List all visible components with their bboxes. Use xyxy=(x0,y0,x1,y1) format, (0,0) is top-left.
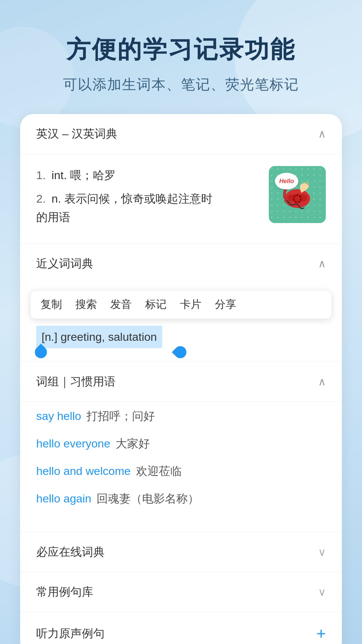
biyingonline-chevron-icon: ∨ xyxy=(318,546,326,558)
hello-bubble: Hello xyxy=(275,173,298,190)
def-pos-1: int. 喂；哈罗 xyxy=(52,169,116,181)
phrases-chevron-icon: ∧ xyxy=(318,375,326,388)
audio-sentences-section[interactable]: 听力原声例句 + xyxy=(20,612,342,644)
main-title: 方便的学习记录功能 xyxy=(20,34,342,66)
phrase-chinese-4: 回魂妻（电影名称） xyxy=(97,491,199,506)
example-sentences-section[interactable]: 常用例句库 ∨ xyxy=(20,572,342,612)
main-card: 英汉 – 汉英词典 ∧ 1. int. 喂；哈罗 2. n. 表示问候，惊奇或唤… xyxy=(20,114,342,644)
context-card[interactable]: 卡片 xyxy=(180,297,201,312)
biyingonline-section[interactable]: 必应在线词典 ∨ xyxy=(20,532,342,572)
svg-point-9 xyxy=(293,199,295,201)
audio-sentences-title: 听力原声例句 xyxy=(36,626,105,641)
header-section: 方便的学习记录功能 可以添加生词本、笔记、荧光笔标记 xyxy=(20,0,342,114)
def-number-2: 2. xyxy=(36,192,46,205)
biyingonline-title: 必应在线词典 xyxy=(36,544,105,560)
svg-point-6 xyxy=(300,199,302,201)
phrase-item-3[interactable]: hello and welcome 欢迎莅临 xyxy=(36,464,326,479)
audio-sentences-plus-icon[interactable]: + xyxy=(316,624,326,643)
phrase-english-1: say hello xyxy=(36,410,81,423)
phrase-chinese-2: 大家好 xyxy=(116,436,150,451)
phrase-item-2[interactable]: hello everyone 大家好 xyxy=(36,436,326,451)
svg-point-7 xyxy=(298,201,300,203)
context-share[interactable]: 分享 xyxy=(215,297,236,312)
dictionary-chevron-icon: ∧ xyxy=(318,127,326,140)
synonyms-section: 近义词词典 ∧ 复制 搜索 发音 标记 卡片 分享 [n.] greeting,… xyxy=(20,244,342,362)
context-copy[interactable]: 复制 xyxy=(41,297,62,312)
phrase-chinese-1: 打招呼；问好 xyxy=(86,409,155,424)
definition-item-2: 2. n. 表示问候，惊奇或唤起注意时的用语 xyxy=(36,190,259,226)
dictionary-section-header[interactable]: 英汉 – 汉英词典 ∧ xyxy=(20,114,342,154)
selection-handle-right xyxy=(172,344,189,361)
phrase-english-3: hello and welcome xyxy=(36,465,131,478)
def-number-1: 1. xyxy=(36,169,46,181)
context-menu: 复制 搜索 发音 标记 卡片 分享 xyxy=(30,290,332,319)
dictionary-title: 英汉 – 汉英词典 xyxy=(36,126,117,142)
synonyms-chevron-icon: ∧ xyxy=(318,257,326,270)
definitions-list: 1. int. 喂；哈罗 2. n. 表示问候，惊奇或唤起注意时的用语 xyxy=(36,166,259,231)
svg-point-4 xyxy=(297,195,298,196)
phrase-item-1[interactable]: say hello 打招呼；问好 xyxy=(36,409,326,424)
svg-point-5 xyxy=(299,196,301,198)
phrase-chinese-3: 欢迎莅临 xyxy=(136,464,182,479)
svg-point-10 xyxy=(294,196,296,198)
phrases-section-header[interactable]: 词组｜习惯用语 ∧ xyxy=(20,362,342,402)
selected-text-row: [n.] greeting, salutation xyxy=(20,319,342,362)
synonyms-section-header[interactable]: 近义词词典 ∧ xyxy=(20,244,342,283)
subtitle: 可以添加生词本、笔记、荧光笔标记 xyxy=(20,75,342,94)
example-sentences-title: 常用例句库 xyxy=(36,584,93,600)
phrases-section: 词组｜习惯用语 ∧ say hello 打招呼；问好 hello everyon… xyxy=(20,362,342,532)
hello-telephone-image: Hello xyxy=(269,166,326,223)
phrase-english-2: hello everyone xyxy=(36,437,110,450)
context-pronounce[interactable]: 发音 xyxy=(110,297,132,312)
def-pos-2: n. 表示问候，惊奇或唤起注意时的用语 xyxy=(36,192,213,223)
selected-text: [n.] greeting, salutation xyxy=(36,326,162,348)
phrase-english-4: hello again xyxy=(36,492,91,505)
phrases-list: say hello 打招呼；问好 hello everyone 大家好 hell… xyxy=(20,402,342,532)
svg-point-8 xyxy=(295,201,297,203)
definition-item-1: 1. int. 喂；哈罗 xyxy=(36,166,259,184)
example-sentences-chevron-icon: ∨ xyxy=(318,586,326,598)
phrase-item-4[interactable]: hello again 回魂妻（电影名称） xyxy=(36,491,326,506)
context-search[interactable]: 搜索 xyxy=(75,297,97,312)
synonyms-title: 近义词词典 xyxy=(36,256,93,271)
phrases-title: 词组｜习惯用语 xyxy=(36,374,116,389)
context-mark[interactable]: 标记 xyxy=(145,297,167,312)
definition-area: 1. int. 喂；哈罗 2. n. 表示问候，惊奇或唤起注意时的用语 Hell… xyxy=(20,154,342,244)
